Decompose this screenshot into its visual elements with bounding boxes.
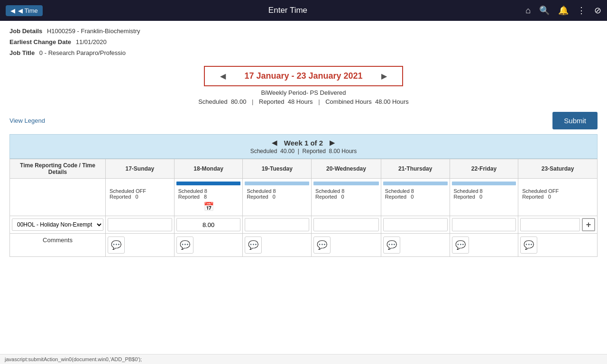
sched-bar-wed <box>313 182 379 185</box>
input-mon-cell <box>174 216 243 234</box>
input-mon[interactable] <box>176 218 241 231</box>
earliest-change-label: Earliest Change Date <box>9 38 71 46</box>
week-scheduled-value: 40.00 <box>280 148 294 155</box>
scheduled-label: Scheduled <box>198 98 227 105</box>
sched-bar-thu <box>383 182 448 185</box>
sep1: | <box>252 98 253 105</box>
sched-reported-mon: Reported 8 <box>178 194 239 200</box>
job-details-row: Job Details H1000259 - Franklin-Biochemi… <box>9 27 598 35</box>
code-dropdown[interactable]: 00HOL - Holiday Non-Exempt <box>12 218 103 231</box>
sched-reported-wed: Reported 0 <box>315 194 377 200</box>
main-content: Job Details H1000259 - Franklin-Biochemi… <box>0 21 607 264</box>
sched-scheduled-mon: Scheduled 8 <box>178 188 239 194</box>
back-button[interactable]: ◀ ◀ Time <box>6 5 43 16</box>
code-dropdown-container: 00HOL - Holiday Non-Exempt <box>12 218 103 231</box>
time-grid: Time Reporting Code / TimeDetails 17-Sun… <box>9 159 598 257</box>
action-row: View Legend Submit <box>9 112 598 129</box>
sched-scheduled-tue: Scheduled 8 <box>247 188 307 194</box>
date-range-box: ◀ 17 January - 23 January 2021 ▶ <box>204 66 403 86</box>
input-fri[interactable] <box>452 218 516 231</box>
input-sun[interactable] <box>108 218 172 231</box>
search-icon[interactable]: 🔍 <box>539 5 550 16</box>
sched-bar-mon <box>176 182 241 185</box>
hours-summary: Scheduled 80.00 | Reported 48 Hours | Co… <box>198 98 409 105</box>
sched-cell-sun: Scheduled OFF Reported 0 <box>108 182 172 210</box>
home-icon[interactable]: ⌂ <box>525 6 531 16</box>
bell-icon[interactable]: 🔔 <box>558 5 569 16</box>
comment-btn-fri[interactable]: 💬 <box>452 237 469 254</box>
sched-cell-mon: Scheduled 8 Reported 8 📅 <box>176 182 241 213</box>
sched-cell-thu: Scheduled 8 Reported 0 <box>383 182 448 210</box>
input-row: 00HOL - Holiday Non-Exempt <box>10 216 598 234</box>
week-header: ◀ Week 1 of 2 ▶ Scheduled 40.00 | Report… <box>9 134 598 159</box>
input-sat-cell: + <box>518 216 598 234</box>
input-tue[interactable] <box>245 218 309 231</box>
job-title-value: 0 - Research Parapro/Professio <box>39 49 126 56</box>
comment-btn-sat[interactable]: 💬 <box>520 237 537 254</box>
comment-btn-mon[interactable]: 💬 <box>176 237 193 254</box>
sep2: | <box>318 98 320 105</box>
next-week-button[interactable]: ▶ <box>330 138 335 147</box>
schedule-cell-sun: Scheduled OFF Reported 0 <box>106 179 175 216</box>
next-period-button[interactable]: ▶ <box>377 71 391 82</box>
submit-button[interactable]: Submit <box>552 112 598 129</box>
input-sat[interactable] <box>520 218 580 231</box>
prev-period-button[interactable]: ◀ <box>216 71 230 82</box>
job-details-value: H1000259 - Franklin-Biochemistry <box>47 27 140 35</box>
comment-btn-thu[interactable]: 💬 <box>383 237 400 254</box>
sched-cell-wed: Scheduled 8 Reported 0 <box>313 182 379 210</box>
block-icon[interactable]: ⊘ <box>594 5 601 16</box>
sched-cell-tue: Scheduled 8 Reported 0 <box>245 182 309 210</box>
sched-reported-sun: Reported 0 <box>110 194 170 200</box>
grid-header-row: Time Reporting Code / TimeDetails 17-Sun… <box>10 159 598 179</box>
input-fri-cell <box>450 216 518 234</box>
more-icon[interactable]: ⋮ <box>577 5 586 16</box>
calendar-icon-mon: 📅 <box>178 201 239 212</box>
col-header-mon: 18-Monday <box>174 159 243 179</box>
back-label: ◀ Time <box>18 7 38 14</box>
prev-week-button[interactable]: ◀ <box>272 138 277 147</box>
comment-cell-sat: 💬 <box>518 234 598 257</box>
view-legend-link[interactable]: View Legend <box>9 117 45 124</box>
sched-cell-sat: Scheduled OFF Reported 0 <box>520 182 595 210</box>
comment-cell-sun: 💬 <box>106 234 175 257</box>
input-thu-cell <box>381 216 450 234</box>
col-header-fri: 22-Friday <box>450 159 518 179</box>
comment-btn-tue[interactable]: 💬 <box>245 237 262 254</box>
week-reported-value: 8.00 Hours <box>329 148 357 155</box>
add-row-button[interactable]: + <box>582 218 595 231</box>
schedule-cell-tue: Scheduled 8 Reported 0 <box>243 179 312 216</box>
comments-label: Comments <box>43 237 73 244</box>
comment-cell-thu: 💬 <box>381 234 450 257</box>
schedule-cell-sat: Scheduled OFF Reported 0 <box>518 179 598 216</box>
navbar-icons: ⌂ 🔍 🔔 ⋮ ⊘ <box>525 5 601 16</box>
sched-scheduled-sat: Scheduled OFF <box>522 188 593 194</box>
input-sun-cell <box>106 216 175 234</box>
sched-scheduled-wed: Scheduled 8 <box>315 188 377 194</box>
job-title-row: Job Title 0 - Research Parapro/Professio <box>9 49 598 56</box>
page-title: Enter Time <box>50 6 525 15</box>
sched-bar-sat <box>520 182 595 185</box>
job-title-label: Job Title <box>9 49 35 56</box>
date-range-text: 17 January - 23 January 2021 <box>244 71 362 81</box>
sched-scheduled-thu: Scheduled 8 <box>385 188 446 194</box>
input-thu[interactable] <box>383 218 448 231</box>
input-tue-cell <box>243 216 312 234</box>
combined-label: Combined Hours <box>325 98 372 105</box>
reported-value: 48 Hours <box>288 98 313 105</box>
sched-reported-sat: Reported 0 <box>522 194 593 200</box>
sched-reported-fri: Reported 0 <box>454 194 515 200</box>
week-reported-label: Reported <box>303 148 326 155</box>
week-sub: Scheduled 40.00 | Reported 8.00 Hours <box>250 148 357 155</box>
comment-btn-sun[interactable]: 💬 <box>108 237 125 254</box>
earliest-change-value: 11/01/2020 <box>76 38 107 46</box>
input-wed[interactable] <box>313 218 379 231</box>
navbar: ◀ ◀ Time Enter Time ⌂ 🔍 🔔 ⋮ ⊘ <box>0 0 607 21</box>
col-header-thu: 21-Thursday <box>381 159 450 179</box>
sched-bar-tue <box>245 182 309 185</box>
combined-value: 48.00 Hours <box>375 98 409 105</box>
col-header-tue: 19-Tuesday <box>243 159 312 179</box>
comment-btn-wed[interactable]: 💬 <box>313 237 331 254</box>
schedule-cell-mon: Scheduled 8 Reported 8 📅 <box>174 179 243 216</box>
comment-cell-wed: 💬 <box>312 234 381 257</box>
